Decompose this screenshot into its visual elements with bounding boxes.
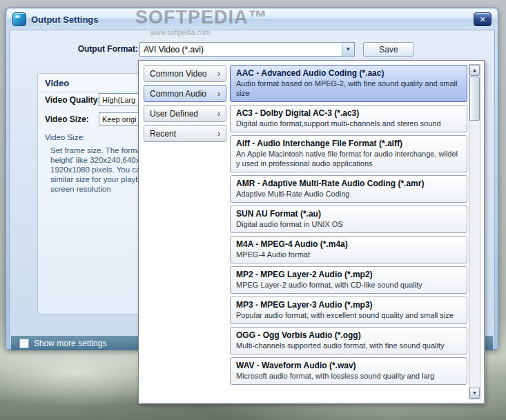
category-label: Common Video <box>150 69 207 79</box>
format-dropdown-panel: Common Video › Common Audio › User Defin… <box>138 60 485 403</box>
format-description: An Apple Macintosh native file format fo… <box>236 149 461 168</box>
category-button[interactable]: Common Audio › <box>144 85 226 102</box>
format-list-item[interactable]: MP2 - MPEG Layer-2 Audio (*.mp2) MPEG La… <box>230 266 467 294</box>
format-description: MPEG Layer-2 audio format, with CD-like … <box>236 280 461 290</box>
chevron-right-icon: › <box>217 110 220 118</box>
format-list-item[interactable]: MP3 - MPEG Layer-3 Audio (*.mp3) Popular… <box>230 297 467 324</box>
format-list-item[interactable]: WAV - Waveform Audio (*.wav) Microsoft a… <box>230 357 467 385</box>
format-title: AAC - Advanced Audio Coding (*.aac) <box>236 68 461 79</box>
save-button[interactable]: Save <box>363 42 414 57</box>
format-title: AMR - Adaptive Multi-Rate Audio Coding (… <box>236 179 461 189</box>
category-label: User Defined <box>150 109 198 119</box>
format-description: Digital audio format in UNIX OS <box>236 219 461 229</box>
show-more-settings-label[interactable]: Show more settings <box>34 339 106 348</box>
output-format-value: AVI Video (*.avi) <box>140 45 342 54</box>
format-list-item[interactable]: SUN AU Format (*.au) Digital audio forma… <box>230 206 467 233</box>
format-title: Aiff - Audio Interchange File Format (*.… <box>236 139 461 149</box>
chevron-right-icon: › <box>217 70 220 78</box>
window-title: Output Settings <box>31 14 99 25</box>
format-list-item[interactable]: Aiff - Audio Interchange File Format (*.… <box>230 135 467 172</box>
category-button[interactable]: Recent › <box>144 125 226 142</box>
format-description: Multi-channels supported audio format, w… <box>236 341 461 350</box>
format-title: AC3 - Dolby Digital AC-3 (*.ac3) <box>236 108 461 119</box>
category-menu: Common Video › Common Audio › User Defin… <box>144 65 226 145</box>
format-description: MPEG-4 Audio format <box>236 250 461 259</box>
format-title: WAV - Waveform Audio (*.wav) <box>236 361 461 371</box>
video-group-title: Video <box>45 78 69 88</box>
combo-arrow-icon: ▼ <box>342 43 354 56</box>
format-description: Popular audio format, with excellent sou… <box>236 310 461 320</box>
category-button[interactable]: User Defined › <box>144 105 226 122</box>
video-quality-label: Video Quality: <box>45 95 100 105</box>
app-icon <box>12 12 26 26</box>
format-list-item[interactable]: OGG - Ogg Vorbis Audio (*.ogg) Multi-cha… <box>230 327 467 354</box>
show-more-settings-checkbox[interactable] <box>19 339 29 348</box>
format-list-item[interactable]: M4A - MPEG-4 Audio (*.m4a) MPEG-4 Audio … <box>230 236 467 263</box>
format-list: AAC - Advanced Audio Coding (*.aac) Audi… <box>230 65 467 399</box>
format-description: Microsoft audio format, with lossless so… <box>236 371 461 381</box>
scroll-up-button[interactable]: ▲ <box>469 65 480 76</box>
video-size-label: Video Size: <box>45 114 89 124</box>
category-button[interactable]: Common Video › <box>144 65 226 82</box>
format-title: MP2 - MPEG Layer-2 Audio (*.mp2) <box>236 270 461 280</box>
format-title: SUN AU Format (*.au) <box>236 209 461 219</box>
chevron-right-icon: › <box>217 130 220 138</box>
output-format-label: Output Format: <box>51 44 138 54</box>
format-list-scrollbar[interactable]: ▲ ▼ <box>469 64 480 399</box>
format-description: Audio format based on MPEG-2, with fine … <box>236 79 461 98</box>
video-size-description-heading: Video Size: <box>45 133 85 141</box>
chevron-right-icon: › <box>217 90 220 98</box>
format-list-item[interactable]: AMR - Adaptive Multi-Rate Audio Coding (… <box>230 175 467 203</box>
category-label: Common Audio <box>150 89 206 99</box>
category-label: Recent <box>150 129 176 139</box>
format-title: M4A - MPEG-4 Audio (*.m4a) <box>236 239 461 250</box>
format-description: Digital audio format,support multi-chann… <box>236 119 461 128</box>
format-title: MP3 - MPEG Layer-3 Audio (*.mp3) <box>236 300 461 310</box>
format-description: Adaptive Multi-Rate Audio Coding <box>236 189 461 199</box>
scrollbar-thumb[interactable] <box>469 77 480 121</box>
format-list-item[interactable]: AAC - Advanced Audio Coding (*.aac) Audi… <box>230 65 467 102</box>
format-list-item[interactable]: AC3 - Dolby Digital AC-3 (*.ac3) Digital… <box>230 105 467 132</box>
close-button[interactable]: ✕ <box>474 12 492 26</box>
output-format-select[interactable]: AVI Video (*.avi) ▼ <box>139 42 355 57</box>
scroll-down-button[interactable]: ▼ <box>469 388 480 399</box>
titlebar[interactable]: Output Settings ✕ <box>7 9 497 30</box>
format-title: OGG - Ogg Vorbis Audio (*.ogg) <box>236 330 461 341</box>
